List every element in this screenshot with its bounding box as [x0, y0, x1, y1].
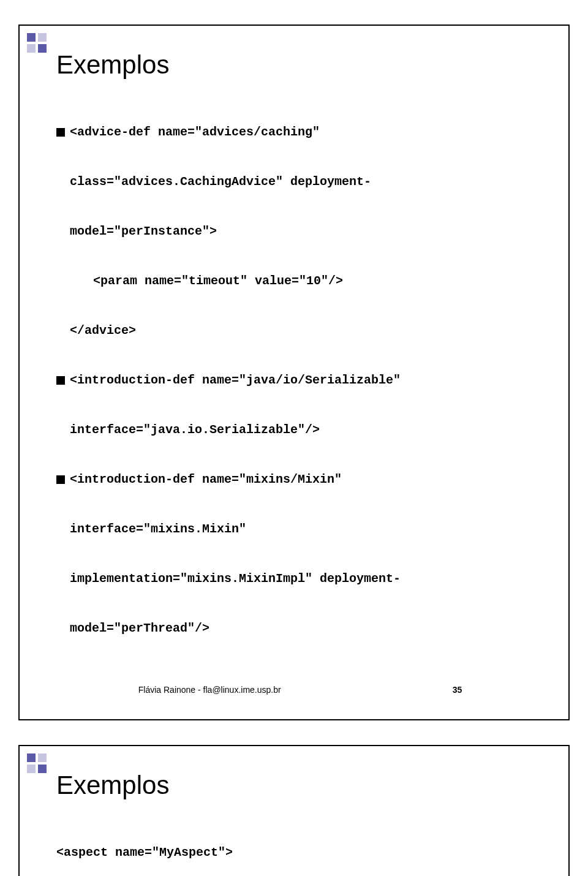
footer-author: Flávia Rainone - fla@linux.ime.usp.br	[138, 685, 281, 695]
bullet-icon	[56, 376, 65, 385]
slide-2: Exemplos <aspect name="MyAspect"> <point…	[18, 745, 570, 876]
code-line: <param name="timeout" value="10"/>	[93, 274, 343, 288]
code-line: class="advices.CachingAdvice" deployment…	[70, 175, 371, 189]
code-line: implementation="mixins.MixinImpl" deploy…	[70, 572, 401, 586]
code-line: <introduction-def name="java/io/Serializ…	[70, 372, 401, 388]
code-line: model="perInstance">	[70, 224, 217, 238]
code-line: <introduction-def name="mixins/Mixin"	[70, 471, 342, 488]
slide-1: Exemplos <advice-def name="advices/cachi…	[18, 25, 570, 720]
code-line: </advice>	[70, 323, 136, 338]
code-line: interface="java.io.Serializable"/>	[70, 423, 320, 437]
slide-footer: Flávia Rainone - fla@linux.ime.usp.br 35	[56, 685, 544, 701]
slide-corner-decoration	[27, 33, 58, 64]
slide-title: Exemplos	[56, 771, 544, 800]
code-example: <advice-def name="advices/caching" class…	[56, 91, 544, 670]
bullet-icon	[56, 128, 65, 137]
code-example: <aspect name="MyAspect"> <pointcut-def n…	[56, 811, 544, 876]
slide-title: Exemplos	[56, 50, 544, 80]
code-line: model="perThread"/>	[70, 621, 209, 635]
slide-corner-decoration	[27, 753, 58, 784]
code-line: interface="mixins.Mixin"	[70, 522, 246, 536]
code-line: <aspect name="MyAspect">	[56, 845, 233, 859]
footer-slide-number: 35	[453, 685, 462, 695]
code-line: <advice-def name="advices/caching"	[70, 124, 320, 140]
bullet-icon	[56, 475, 65, 484]
